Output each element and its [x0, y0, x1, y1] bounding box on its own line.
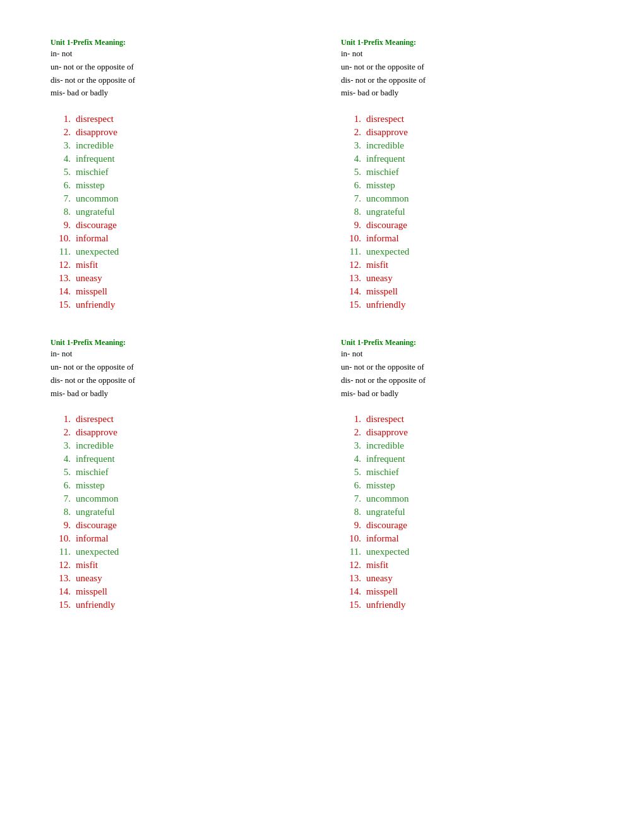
list-item: 10.informal	[341, 533, 593, 544]
list-item: 11.unexpected	[341, 547, 593, 557]
list-item: 14.misspell	[341, 286, 593, 297]
item-word-0-3: infrequent	[76, 154, 115, 164]
item-num-3-12: 13.	[341, 573, 361, 584]
item-num-3-3: 4.	[341, 454, 361, 464]
list-item: 14.misspell	[51, 286, 303, 297]
item-num-2-10: 11.	[51, 547, 71, 557]
item-word-1-13: misspell	[366, 286, 398, 297]
item-num-0-6: 7.	[51, 193, 71, 204]
item-num-3-0: 1.	[341, 414, 361, 425]
word-list-0: 1.disrespect2.disapprove3.incredible4.in…	[51, 114, 303, 313]
list-item: 15.unfriendly	[341, 299, 593, 310]
item-num-3-2: 3.	[341, 440, 361, 451]
list-item: 3.incredible	[341, 140, 593, 151]
list-item: 4.infrequent	[341, 454, 593, 464]
item-num-1-11: 12.	[341, 260, 361, 270]
item-num-0-9: 10.	[51, 233, 71, 244]
item-num-3-4: 5.	[341, 467, 361, 478]
item-word-3-0: disrespect	[366, 414, 404, 425]
list-item: 13.uneasy	[51, 573, 303, 584]
item-num-0-2: 3.	[51, 140, 71, 151]
prefix-line-3-0: in- not	[341, 348, 593, 361]
item-num-2-12: 13.	[51, 573, 71, 584]
item-num-2-5: 6.	[51, 480, 71, 491]
item-num-2-13: 14.	[51, 586, 71, 597]
prefix-line-0-2: dis- not or the opposite of	[51, 74, 303, 87]
prefix-line-0-0: in- not	[51, 47, 303, 61]
item-word-0-2: incredible	[76, 140, 114, 151]
list-item: 15.unfriendly	[51, 299, 303, 310]
item-word-0-5: misstep	[76, 180, 105, 191]
item-word-1-11: misfit	[366, 260, 388, 270]
list-item: 11.unexpected	[51, 246, 303, 257]
item-num-1-14: 15.	[341, 299, 361, 310]
item-num-2-14: 15.	[51, 600, 71, 610]
item-num-1-12: 13.	[341, 273, 361, 284]
prefix-line-2-2: dis- not or the opposite of	[51, 374, 303, 387]
item-word-1-6: uncommon	[366, 193, 409, 204]
list-item: 2.disapprove	[341, 127, 593, 138]
list-item: 6.misstep	[341, 180, 593, 191]
list-item: 2.disapprove	[51, 127, 303, 138]
item-num-0-1: 2.	[51, 127, 71, 138]
item-num-3-9: 10.	[341, 533, 361, 544]
prefix-line-2-0: in- not	[51, 348, 303, 361]
item-num-1-2: 3.	[341, 140, 361, 151]
item-word-1-0: disrespect	[366, 114, 404, 124]
item-word-1-4: mischief	[366, 167, 399, 178]
list-item: 10.informal	[341, 233, 593, 244]
list-item: 2.disapprove	[341, 427, 593, 438]
list-item: 2.disapprove	[51, 427, 303, 438]
list-item: 8.ungrateful	[51, 207, 303, 217]
list-item: 5.mischief	[51, 467, 303, 478]
prefix-line-0-3: mis- bad or badly	[51, 87, 303, 100]
item-word-0-9: informal	[76, 233, 109, 244]
list-item: 10.informal	[51, 533, 303, 544]
list-item: 8.ungrateful	[51, 507, 303, 517]
section-title-1: Unit 1-Prefix Meaning:	[341, 38, 593, 47]
prefix-line-2-3: mis- bad or badly	[51, 387, 303, 401]
item-num-0-0: 1.	[51, 114, 71, 124]
item-num-0-8: 9.	[51, 220, 71, 231]
item-num-2-9: 10.	[51, 533, 71, 544]
item-num-1-10: 11.	[341, 246, 361, 257]
list-item: 6.misstep	[51, 480, 303, 491]
item-num-2-0: 1.	[51, 414, 71, 425]
item-word-1-12: uneasy	[366, 273, 393, 284]
item-word-1-3: infrequent	[366, 154, 405, 164]
item-word-1-8: discourage	[366, 220, 407, 231]
list-item: 9.discourage	[341, 520, 593, 531]
item-word-2-5: misstep	[76, 480, 105, 491]
section-header-3: Unit 1-Prefix Meaning:in- notun- not or …	[341, 338, 593, 400]
item-word-3-2: incredible	[366, 440, 404, 451]
list-item: 4.infrequent	[341, 154, 593, 164]
item-word-3-12: uneasy	[366, 573, 393, 584]
item-word-3-13: misspell	[366, 586, 398, 597]
list-item: 12.misfit	[51, 260, 303, 270]
item-word-2-10: unexpected	[76, 547, 119, 557]
list-item: 5.mischief	[51, 167, 303, 178]
section-title-3: Unit 1-Prefix Meaning:	[341, 338, 593, 348]
item-num-3-5: 6.	[341, 480, 361, 491]
item-word-2-14: unfriendly	[76, 600, 115, 610]
list-item: 6.misstep	[341, 480, 593, 491]
item-word-2-13: misspell	[76, 586, 107, 597]
list-item: 13.uneasy	[341, 573, 593, 584]
item-num-2-11: 12.	[51, 560, 71, 571]
list-item: 1.disrespect	[51, 414, 303, 425]
list-item: 7.uncommon	[51, 493, 303, 504]
item-num-1-7: 8.	[341, 207, 361, 217]
item-word-3-9: informal	[366, 533, 399, 544]
item-num-0-7: 8.	[51, 207, 71, 217]
list-item: 3.incredible	[341, 440, 593, 451]
prefix-line-1-0: in- not	[341, 47, 593, 61]
list-item: 13.uneasy	[51, 273, 303, 284]
section-1: Unit 1-Prefix Meaning:in- notun- not or …	[341, 38, 593, 313]
section-title-2: Unit 1-Prefix Meaning:	[51, 338, 303, 348]
item-word-3-4: mischief	[366, 467, 399, 478]
item-num-1-6: 7.	[341, 193, 361, 204]
item-num-2-8: 9.	[51, 520, 71, 531]
list-item: 3.incredible	[51, 140, 303, 151]
item-num-0-11: 12.	[51, 260, 71, 270]
item-word-1-14: unfriendly	[366, 299, 405, 310]
